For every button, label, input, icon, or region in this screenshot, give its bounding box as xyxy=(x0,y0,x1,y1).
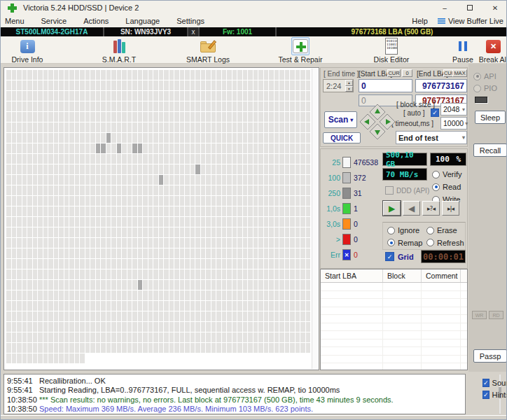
grid-cell xyxy=(290,290,295,300)
legend-count: 1 xyxy=(354,204,358,213)
hints-checkbox[interactable]: ✓ xyxy=(482,391,489,399)
pause-button[interactable]: Pause xyxy=(446,37,480,64)
grid-cell xyxy=(59,196,64,206)
grid-cell xyxy=(254,112,258,122)
quick-button[interactable]: QUICK xyxy=(323,132,361,144)
defect-column-header[interactable]: Block xyxy=(383,270,422,282)
radio-ignore[interactable]: Ignore xyxy=(387,225,426,236)
grid-cell xyxy=(96,112,101,122)
scan-button[interactable]: Scan▾ xyxy=(324,111,357,128)
grid-cell xyxy=(59,122,64,132)
grid-cell xyxy=(153,343,158,353)
grid-cell xyxy=(148,91,153,101)
grid-cell xyxy=(258,227,263,237)
radio-api[interactable]: API xyxy=(473,71,496,82)
wr-mini-button[interactable]: WR xyxy=(472,311,487,319)
grid-cell xyxy=(38,186,43,195)
grid-cell xyxy=(206,133,211,143)
step-button[interactable]: ▸|◂ xyxy=(442,201,459,216)
grid-cell xyxy=(69,186,74,195)
end-max-button[interactable]: MAX xyxy=(452,69,467,77)
defect-column-header[interactable]: Start LBA xyxy=(321,270,383,282)
serial-hide-button[interactable]: x xyxy=(188,27,200,36)
recall-button[interactable]: Recall xyxy=(473,144,507,157)
end-time-spinner[interactable]: 2:24 ▴ ▾ xyxy=(323,79,354,92)
grid-cell xyxy=(43,259,48,269)
grid-cell xyxy=(117,91,122,101)
defect-column-header[interactable]: Comment xyxy=(422,270,461,282)
grid-cell xyxy=(275,206,279,216)
drive-info-button[interactable]: i Drive Info xyxy=(5,37,50,64)
disk-editor-button[interactable]: 010110110011101000 Disk Editor xyxy=(366,37,417,64)
start-lba-input[interactable]: 0 xyxy=(359,79,412,92)
jump-button[interactable]: ▸?◂ xyxy=(422,201,440,216)
end-lba-input[interactable]: 976773167 xyxy=(415,79,467,92)
radio-refresh[interactable]: Refresh xyxy=(426,237,468,248)
menu-item-service[interactable]: Service xyxy=(41,17,67,25)
test-repair-button[interactable]: Test & Repair xyxy=(271,37,330,64)
grid-cell xyxy=(180,259,185,269)
grid-cell xyxy=(216,322,221,332)
passport-button[interactable]: Passp xyxy=(473,349,507,363)
grid-cell xyxy=(275,227,279,237)
grid-cell xyxy=(101,343,106,353)
grid-cell xyxy=(138,343,143,353)
sound-checkbox[interactable]: ✓ xyxy=(482,379,489,387)
grid-cell xyxy=(195,133,200,143)
menu-item-language[interactable]: Language xyxy=(125,17,160,25)
view-buffer-live-button[interactable]: View Buffer Live xyxy=(438,17,503,25)
grid-cell xyxy=(216,175,221,185)
grid-cell xyxy=(80,91,85,101)
grid-cell xyxy=(48,280,53,290)
menu-item-settings[interactable]: Settings xyxy=(176,17,204,25)
grid-cell xyxy=(169,70,174,80)
sound-option[interactable]: ✓ Sound xyxy=(482,379,507,387)
radio-read[interactable]: Read xyxy=(432,181,462,193)
grid-cell xyxy=(201,238,206,248)
end-action-select[interactable]: End of test▾ xyxy=(396,131,467,144)
grid-cell xyxy=(27,154,32,164)
block-size-select[interactable]: 2048▾ xyxy=(440,103,467,115)
start-button[interactable]: ▶ xyxy=(383,201,401,216)
spin-down-icon[interactable]: ▾ xyxy=(345,86,353,92)
hints-option[interactable]: ✓ Hints xyxy=(482,391,507,399)
grid-cell xyxy=(201,343,206,353)
start-cur-button[interactable]: CUR xyxy=(387,69,401,77)
grid-cell xyxy=(22,133,27,143)
grid-cell xyxy=(122,122,127,132)
auto-checkbox[interactable]: ✓ xyxy=(431,108,439,117)
grid-cell xyxy=(264,164,269,174)
grid-cell xyxy=(43,80,48,90)
menu-item-help[interactable]: Help xyxy=(412,17,428,25)
menu-item-actions[interactable]: Actions xyxy=(83,17,109,25)
radio-verify[interactable]: Verify xyxy=(432,168,462,181)
grid-cell xyxy=(306,332,311,342)
back-button[interactable]: ◀ xyxy=(403,201,420,216)
rd-mini-button[interactable]: RD xyxy=(489,311,503,319)
grid-scrollbar[interactable] xyxy=(312,69,318,369)
grid-cell xyxy=(148,186,153,195)
grid-cell xyxy=(143,227,148,237)
minimize-button[interactable]: – xyxy=(432,1,457,15)
grid-cell xyxy=(300,259,305,269)
grid-cell xyxy=(69,290,74,300)
grid-cell xyxy=(59,91,64,101)
break-all-button[interactable]: ✕ Break All xyxy=(479,37,507,64)
radio-erase[interactable]: Erase xyxy=(426,225,468,236)
ddd-checkbox[interactable] xyxy=(385,186,394,195)
timeout-select[interactable]: 10000▾ xyxy=(440,117,467,130)
grid-cell xyxy=(164,280,169,290)
start-zero-button[interactable]: 0 xyxy=(402,69,412,77)
menu-item-menu[interactable]: Menu xyxy=(5,17,25,25)
close-button[interactable]: ✕ xyxy=(482,1,507,15)
radio-remap[interactable]: Remap xyxy=(387,237,426,248)
spin-up-icon[interactable]: ▴ xyxy=(345,80,353,86)
maximize-button[interactable] xyxy=(457,1,482,15)
grid-checkbox[interactable]: ✓ xyxy=(385,252,394,261)
seek-diamond-control[interactable] xyxy=(359,103,396,141)
sleep-button[interactable]: Sleep xyxy=(475,111,506,124)
smart-logs-button[interactable]: SMART Logs xyxy=(180,37,236,64)
smart-button[interactable]: S.M.A.R.T xyxy=(95,37,144,64)
grid-cell xyxy=(195,248,200,258)
radio-pio[interactable]: PIO xyxy=(473,83,497,94)
